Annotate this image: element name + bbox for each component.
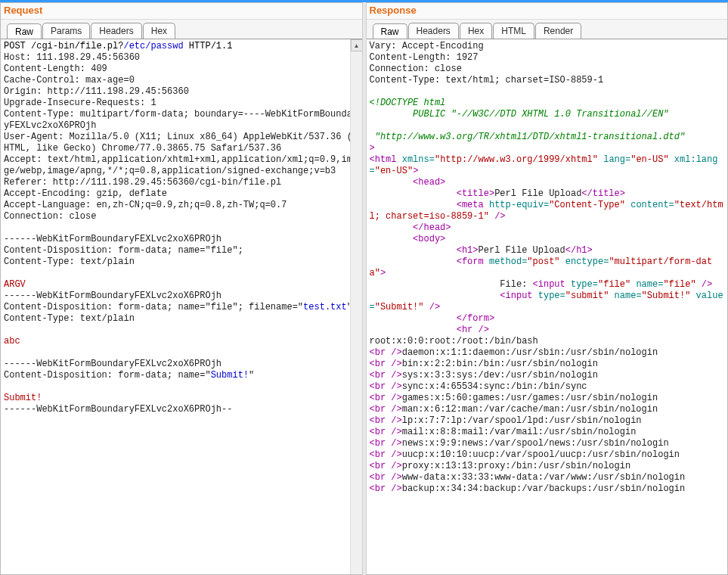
method-val: "post" — [527, 256, 559, 267]
http-version: HTTP/1.1 — [184, 41, 233, 51]
passwd-backup: backup:x:34:34:backup:/var/backups:/usr/… — [402, 483, 685, 494]
input-close-2: /> — [424, 302, 441, 312]
httpequiv-attr: http-equiv= — [484, 200, 549, 210]
passwd-line: daemon:x:1:1:daemon:/usr/sbin:/usr/sbin/… — [402, 347, 658, 358]
br-1: <br /> — [370, 347, 402, 358]
passwd-line: lp:x:7:7:lp:/var/spool/lpd:/usr/sbin/nol… — [402, 415, 642, 426]
request-content-area[interactable]: POST /cgi-bin/file.pl?/etc/passwd HTTP/1… — [1, 39, 362, 574]
type-attr-2: type= — [533, 291, 565, 301]
response-tabs: Raw Headers Hex HTML Render — [367, 20, 728, 39]
h1-open: <h1> — [370, 245, 479, 256]
gt: > — [370, 143, 375, 154]
request-headers-block: Host: 111.198.29.45:56360 Content-Length… — [4, 52, 358, 222]
url-payload: /etc/passwd — [123, 41, 183, 51]
name-file: "file" — [663, 279, 695, 290]
input-open-1: <input — [533, 279, 565, 290]
passwd-proxy: proxy:x:13:13:proxy:/bin:/usr/sbin/nolog… — [402, 461, 630, 471]
tab-resp-raw[interactable]: Raw — [373, 23, 407, 39]
br-11: <br /> — [370, 461, 402, 471]
response-panel: Response Raw Headers Hex HTML Render Var… — [366, 2, 729, 575]
head-close: </head> — [370, 222, 451, 233]
title-close: </title> — [581, 188, 625, 199]
head-open: <head> — [370, 177, 446, 188]
br-4: <br /> — [370, 381, 402, 392]
tab-params[interactable]: Params — [42, 23, 90, 39]
hr-tag: <hr /> — [370, 325, 489, 335]
argv-text: ARGV — [4, 279, 26, 290]
response-title: Response — [367, 3, 728, 20]
gt2: > — [413, 166, 418, 176]
br-7: <br /> — [370, 415, 402, 426]
br-3: <br /> — [370, 370, 402, 381]
response-content-area[interactable]: Vary: Accept-Encoding Content-Length: 19… — [367, 39, 728, 574]
br-10: <br /> — [370, 449, 402, 460]
passwd-line: sys:x:3:3:sys:/dev:/usr/sbin/nologin — [402, 370, 598, 381]
scroll-up-icon[interactable]: ▲ — [351, 39, 362, 51]
submit-value: Submit! — [4, 393, 42, 403]
passwd-line: games:x:5:60:games:/usr/games:/usr/sbin/… — [402, 393, 658, 403]
http-path: /cgi-bin/file.pl? — [31, 41, 123, 51]
xmlns-val: "http://www.w3.org/1999/xhtml" — [435, 154, 598, 165]
passwd-root: root:x:0:0:root:/root:/bin/bash — [370, 336, 538, 347]
method-attr: method= — [484, 256, 528, 267]
lang-val: "en-US" — [630, 154, 668, 165]
h1-close: </h1> — [565, 245, 593, 256]
response-raw-text[interactable]: Vary: Accept-Encoding Content-Length: 19… — [367, 39, 728, 496]
doctype-2: "http://www.w3.org/TR/xhtml1/DTD/xhtml1-… — [370, 132, 686, 142]
br-13: <br /> — [370, 483, 402, 494]
name-attr-1: name= — [630, 279, 663, 290]
type-file: "file" — [598, 279, 630, 290]
response-headers-block: Vary: Accept-Encoding Content-Length: 19… — [370, 41, 604, 85]
passwd-uucp: uucp:x:10:10:uucp:/var/spool/uucp:/usr/s… — [402, 449, 680, 460]
httpequiv-val: "Content-Type" — [549, 200, 625, 210]
br-9: <br /> — [370, 438, 402, 449]
tab-hex[interactable]: Hex — [143, 23, 175, 39]
title-text: Perl File Upload — [494, 188, 581, 199]
br-6: <br /> — [370, 404, 402, 415]
tab-resp-hex[interactable]: Hex — [460, 23, 492, 39]
meta-close: /> — [489, 211, 506, 222]
tab-raw[interactable]: Raw — [7, 23, 42, 39]
xmlns-attr: xmlns= — [397, 154, 435, 165]
tab-headers[interactable]: Headers — [91, 23, 141, 39]
passwd-line: bin:x:2:2:bin:/bin:/usr/sbin/nologin — [402, 359, 598, 369]
doctype-1: <!DOCTYPE html PUBLIC "-//W3C//DTD XHTML… — [370, 98, 669, 120]
multipart-1: ------WebKitFormBoundaryFEXLvc2xoX6PROjh… — [4, 234, 243, 267]
form-gt: > — [380, 268, 386, 278]
split-container: Request Raw Params Headers Hex POST /cgi… — [0, 2, 728, 575]
multipart-3a: ------WebKitFormBoundaryFEXLvc2xoX6PROjh… — [4, 359, 221, 381]
form-close: </form> — [370, 313, 495, 324]
meta-open: <meta — [370, 200, 484, 210]
value-submit: "Submit!" — [375, 302, 424, 312]
tab-resp-headers[interactable]: Headers — [408, 23, 459, 39]
multipart-end: ------WebKitFormBoundaryFEXLvc2xoX6PROjh… — [4, 404, 232, 415]
multipart-3b: " — [249, 370, 254, 381]
html-tag: <html — [370, 154, 397, 165]
input-close-1: /> — [696, 279, 713, 290]
h1-text: Perl File Upload — [479, 245, 565, 256]
body-open: <body> — [370, 234, 446, 244]
br-12: <br /> — [370, 472, 402, 483]
passwd-line: man:x:6:12:man:/var/cache/man:/usr/sbin/… — [402, 404, 658, 415]
tab-resp-html[interactable]: HTML — [493, 23, 534, 39]
name-attr-2: name= — [609, 291, 641, 301]
passwd-news: news:x:9:9:news:/var/spool/news:/usr/sbi… — [402, 438, 669, 449]
form-open: <form — [370, 256, 484, 267]
type-attr-1: type= — [565, 279, 598, 290]
indent — [370, 291, 500, 301]
abc-text: abc — [4, 336, 20, 347]
lang-attr: lang= — [598, 154, 630, 165]
multipart-2a: ------WebKitFormBoundaryFEXLvc2xoX6PROjh… — [4, 291, 303, 312]
scrollbar[interactable]: ▲ — [350, 39, 362, 574]
br-2: <br /> — [370, 359, 402, 369]
br-8: <br /> — [370, 427, 402, 437]
input-open-2: <input — [500, 291, 532, 301]
tab-resp-render[interactable]: Render — [535, 23, 581, 39]
passwd-line: sync:x:4:65534:sync:/bin:/bin/sync — [402, 381, 587, 392]
title-open: <title> — [370, 188, 495, 199]
request-tabs: Raw Params Headers Hex — [1, 20, 362, 39]
enctype-attr: enctype= — [560, 256, 609, 267]
request-panel: Request Raw Params Headers Hex POST /cgi… — [0, 2, 363, 575]
passwd-line: mail:x:8:8:mail:/var/mail:/usr/sbin/nolo… — [402, 427, 637, 437]
request-raw-text[interactable]: POST /cgi-bin/file.pl?/etc/passwd HTTP/1… — [1, 39, 362, 417]
